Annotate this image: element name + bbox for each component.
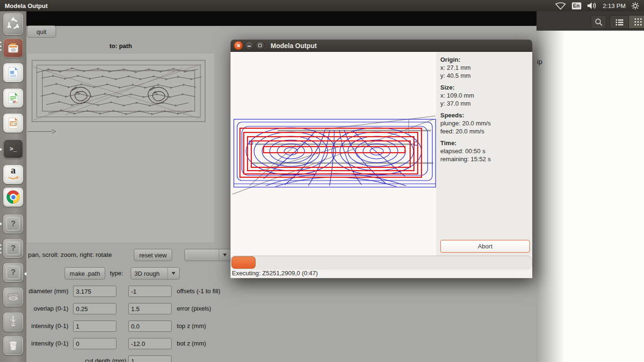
launcher-item-trash[interactable] bbox=[3, 336, 23, 355]
bot-z-label: bot z (mm) bbox=[177, 340, 206, 347]
close-button[interactable] bbox=[234, 41, 243, 50]
minimize-button[interactable] bbox=[245, 41, 254, 50]
unknown-app-icon: ? bbox=[7, 266, 20, 279]
type-select-value: 3D rough bbox=[131, 270, 167, 277]
focused-pip bbox=[24, 272, 26, 276]
cut-depth-input[interactable] bbox=[128, 355, 172, 362]
running-pip bbox=[0, 45, 2, 47]
running-pip bbox=[0, 222, 2, 225]
milling-preview-canvas bbox=[231, 52, 436, 255]
bot-z-input[interactable] bbox=[128, 338, 172, 349]
origin-header: Origin: bbox=[440, 56, 532, 64]
top-z-input[interactable] bbox=[128, 321, 172, 332]
impress-presentation-icon bbox=[7, 116, 20, 130]
unity-launcher: >_ a ? ? ? bbox=[0, 11, 26, 362]
error-label: error (pixels) bbox=[177, 305, 211, 312]
speeds-header: Speeds: bbox=[440, 111, 532, 119]
view-select[interactable] bbox=[184, 249, 231, 261]
window-shadow bbox=[537, 31, 565, 362]
minimize-icon bbox=[248, 46, 251, 47]
network-icon[interactable] bbox=[555, 2, 566, 10]
trash-icon bbox=[7, 339, 20, 352]
cut-depth-label: cut depth (mm) bbox=[56, 357, 126, 362]
make-path-button[interactable]: make .path bbox=[65, 267, 105, 280]
terminal-prompt-icon: >_ bbox=[9, 146, 17, 153]
type-select-arrow[interactable] bbox=[167, 268, 179, 279]
maximize-button[interactable] bbox=[256, 41, 264, 50]
search-button[interactable] bbox=[591, 15, 606, 29]
launcher-item-terminal[interactable]: >_ bbox=[3, 140, 23, 158]
origin-x: x: 27.1 mm bbox=[440, 64, 532, 72]
offsets-label: offsets (-1 to fill) bbox=[177, 288, 220, 295]
keyboard-layout-indicator[interactable]: En bbox=[572, 2, 581, 9]
feed-speed: feed: 20.0 mm/s bbox=[440, 127, 532, 135]
list-view-button[interactable] bbox=[610, 16, 628, 28]
desktop: quit to: path bbox=[0, 0, 644, 362]
app-header-band bbox=[26, 11, 537, 26]
type-label: type: bbox=[110, 270, 123, 277]
path-preview-canvas[interactable] bbox=[27, 54, 214, 242]
size-x: x: 109.0 mm bbox=[440, 91, 532, 99]
diameter-input[interactable] bbox=[73, 286, 116, 297]
abort-button[interactable]: Abort bbox=[440, 240, 530, 253]
launcher-item-unknown-2[interactable]: ? bbox=[3, 239, 23, 258]
dialog-titlebar[interactable]: Modela Output bbox=[231, 40, 532, 52]
system-tray: En 2:13 PM bbox=[555, 2, 639, 10]
progress-bar bbox=[231, 255, 532, 270]
launcher-item-libreoffice-writer[interactable] bbox=[3, 63, 23, 82]
launcher-item-libreoffice-impress[interactable] bbox=[3, 114, 23, 132]
launcher-item-usb[interactable] bbox=[3, 313, 23, 331]
hard-disk-icon bbox=[6, 290, 20, 304]
unknown-app-icon: ? bbox=[7, 242, 20, 255]
wireframe-toolpath-drawing bbox=[27, 54, 214, 242]
overlap-input[interactable] bbox=[73, 303, 116, 314]
maximize-icon bbox=[258, 44, 262, 47]
running-pip bbox=[0, 244, 2, 246]
launcher-item-libreoffice-calc[interactable] bbox=[3, 89, 23, 107]
quit-button[interactable]: quit bbox=[27, 25, 56, 38]
offsets-input[interactable] bbox=[128, 286, 172, 297]
launcher-item-disk[interactable] bbox=[3, 288, 23, 306]
file-manager-window: ip bbox=[537, 11, 644, 362]
file-manager-toolbar bbox=[537, 11, 644, 31]
running-pip bbox=[0, 248, 2, 250]
volume-icon[interactable] bbox=[587, 2, 597, 9]
job-stats-panel: Origin: x: 27.1 mm y: 40.5 mm Size: x: 1… bbox=[436, 52, 532, 255]
remaining-time: remaining: 15:52 s bbox=[440, 155, 532, 163]
view-select-arrow[interactable] bbox=[219, 249, 231, 261]
top-panel: Modela Output En 2:13 PM bbox=[0, 0, 644, 11]
size-header: Size: bbox=[440, 83, 532, 91]
calc-spreadsheet-icon bbox=[7, 91, 20, 105]
chevron-down-icon bbox=[172, 272, 175, 275]
launcher-item-files[interactable] bbox=[3, 39, 23, 58]
reset-view-button[interactable]: reset view bbox=[134, 249, 172, 261]
modela-output-dialog: Modela Output bbox=[231, 40, 532, 278]
panel-app-title: Modela Output bbox=[5, 2, 48, 9]
grid-view-button[interactable] bbox=[628, 16, 644, 28]
ubuntu-logo-icon bbox=[6, 17, 20, 31]
type-select[interactable]: 3D rough bbox=[131, 267, 180, 280]
launcher-item-amazon[interactable]: a bbox=[3, 165, 23, 184]
progress-fill bbox=[231, 256, 256, 269]
amazon-smile-icon bbox=[8, 176, 19, 180]
time-header: Time: bbox=[440, 139, 532, 147]
unknown-app-icon: ? bbox=[7, 217, 20, 230]
session-gear-icon[interactable] bbox=[631, 2, 639, 10]
intensity-top-input[interactable] bbox=[73, 321, 116, 332]
running-pip bbox=[0, 252, 2, 254]
launcher-item-unknown-3[interactable]: ? bbox=[3, 263, 23, 282]
launcher-item-ubuntu-dash[interactable] bbox=[3, 13, 23, 35]
intensity-bot-input[interactable] bbox=[73, 338, 116, 349]
size-y: y: 37.0 mm bbox=[440, 99, 532, 107]
clock[interactable]: 2:13 PM bbox=[603, 2, 626, 9]
amazon-a-icon: a bbox=[8, 167, 19, 173]
error-input[interactable] bbox=[128, 303, 172, 314]
running-pip bbox=[0, 49, 2, 51]
view-title: to: path bbox=[26, 42, 215, 49]
launcher-item-unknown-1[interactable]: ? bbox=[3, 214, 23, 233]
list-view-icon bbox=[615, 18, 624, 26]
file-cabinet-icon bbox=[6, 41, 20, 55]
launcher-item-chrome[interactable] bbox=[3, 188, 23, 206]
search-icon bbox=[594, 17, 603, 27]
running-pip bbox=[0, 148, 2, 151]
